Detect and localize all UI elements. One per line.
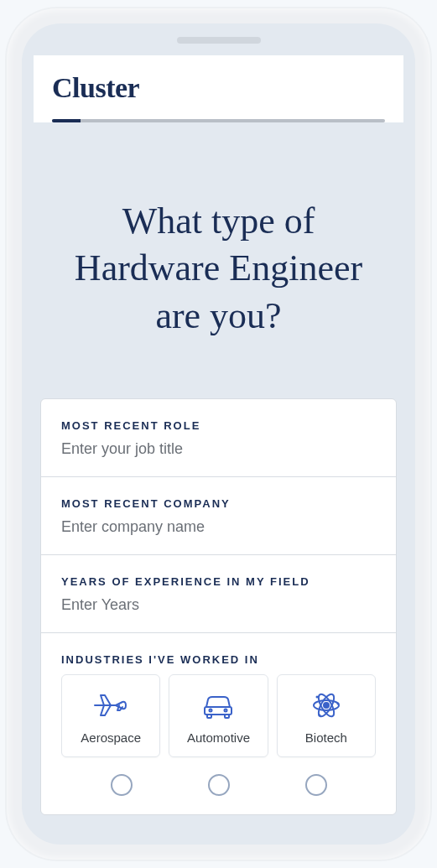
progress-bar	[52, 119, 385, 122]
years-row: YEARS OF EXPERIENCE IN MY FIELD	[41, 555, 396, 633]
industry-tile-automotive[interactable]: Automotive	[169, 674, 268, 757]
phone-inner: Cluster What type of Hardware Engineer a…	[22, 23, 415, 845]
svg-rect-2	[225, 715, 229, 718]
industries-label: INDUSTRIES I'VE WORKED IN	[61, 653, 376, 666]
page-dot-1[interactable]	[111, 774, 133, 796]
app-screen: Cluster What type of Hardware Engineer a…	[34, 55, 403, 833]
progress-fill	[52, 119, 81, 122]
years-label: YEARS OF EXPERIENCE IN MY FIELD	[61, 575, 376, 588]
svg-rect-1	[207, 715, 211, 718]
industry-label: Aerospace	[65, 730, 156, 745]
svg-point-10	[315, 695, 318, 698]
form-card: MOST RECENT ROLE MOST RECENT COMPANY YEA…	[40, 398, 397, 815]
company-row: MOST RECENT COMPANY	[41, 477, 396, 555]
hero-section: What type of Hardware Engineer are you?	[34, 122, 403, 398]
page-title: What type of Hardware Engineer are you?	[57, 198, 380, 340]
company-input[interactable]	[61, 518, 376, 536]
industries-row: INDUSTRIES I'VE WORKED IN	[41, 633, 396, 814]
company-label: MOST RECENT COMPANY	[61, 497, 376, 510]
svg-point-9	[336, 702, 339, 704]
brand-logo: Cluster	[52, 72, 385, 104]
page-dot-3[interactable]	[305, 774, 327, 796]
phone-frame: Cluster What type of Hardware Engineer a…	[7, 8, 430, 860]
role-row: MOST RECENT ROLE	[41, 399, 396, 477]
years-input[interactable]	[61, 596, 376, 614]
industry-label: Biotech	[281, 730, 372, 745]
svg-point-4	[225, 709, 227, 711]
role-input[interactable]	[61, 440, 376, 458]
industry-tile-aerospace[interactable]: Aerospace	[61, 674, 160, 757]
car-icon	[173, 689, 263, 722]
svg-point-11	[318, 714, 320, 716]
svg-point-3	[210, 709, 212, 711]
industries-list: Aerospace	[61, 674, 376, 757]
role-label: MOST RECENT ROLE	[61, 419, 376, 432]
atom-icon	[281, 689, 372, 722]
pagination-dots	[61, 774, 376, 796]
airplane-icon	[65, 689, 156, 722]
phone-notch	[177, 37, 261, 44]
svg-point-5	[324, 703, 329, 708]
page-dot-2[interactable]	[208, 774, 230, 796]
industry-tile-biotech[interactable]: Biotech	[277, 674, 376, 757]
industry-label: Automotive	[173, 730, 263, 745]
app-header: Cluster	[34, 55, 403, 122]
